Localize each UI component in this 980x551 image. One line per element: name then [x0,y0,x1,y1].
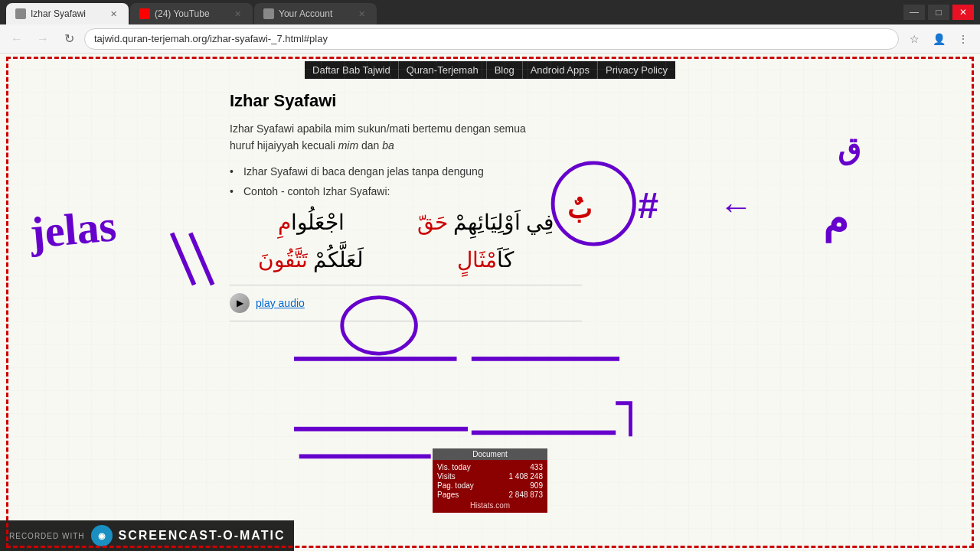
stats-content: Vis. today 433 Visits 1 408 248 Pag. tod… [433,460,547,513]
recorded-with-text: RECORDED WITH [9,532,85,540]
profile-icon[interactable]: 👤 [928,28,949,50]
browser-frame: Izhar Syafawi ✕ (24) YouTube ✕ Your Acco… [0,0,980,551]
tab-izhar[interactable]: Izhar Syafawi ✕ [6,3,129,24]
screencast-brand: SCREENCAST-O-MATIC [119,529,286,543]
tab-favicon-2 [139,8,150,19]
bookmark-icon[interactable]: ☆ [903,28,925,50]
tab-youtube[interactable]: (24) YouTube ✕ [130,3,253,24]
screencast-bar: RECORDED WITH ◉ SCREENCAST-O-MATIC [0,520,294,551]
stats-row-3: Pag. today 909 [437,481,543,490]
tab-close-1[interactable]: ✕ [107,8,119,20]
separator [230,285,582,285]
url-bar[interactable]: tajwid.quran-terjemah.org/izhar-syafawi-… [84,28,899,50]
tab-account[interactable]: Your Account ✕ [254,3,377,24]
site-nav-bar: Daftar Bab Tajwid Quran-Terjemah Blog An… [305,61,675,79]
back-button[interactable]: ← [6,28,28,50]
page-content: Daftar Bab Tajwid Quran-Terjemah Blog An… [0,54,980,551]
bullet-list: • Izhar Syafawi di baca dengan jelas tan… [230,165,980,197]
tab-favicon-3 [263,8,274,19]
address-bar: ← → ↻ tajwid.quran-terjemah.org/izhar-sy… [0,24,980,54]
stats-box: Document Vis. today 433 Visits 1 408 248… [433,448,547,513]
tab-title-3: Your Account [279,8,351,19]
bullet-item-2: • Contoh - contoh Izhar Syafawi: [230,185,980,197]
play-link[interactable]: play audio [256,297,305,309]
separator-bottom [230,321,582,321]
arabic-word-2: فِي اَوْلِيَائِهِمْ حَقّ [404,210,567,235]
stats-row-1: Vis. today 433 [437,463,543,471]
tab-title-2: (24) YouTube [155,8,227,19]
screencast-logo: ◉ [91,525,113,546]
arabic-examples: اجْعَلُوامِ فِي اَوْلِيَائِهِمْ حَقّ لَع… [230,210,567,272]
tab-close-2[interactable]: ✕ [231,8,243,20]
url-text: tajwid.quran-terjemah.org/izhar-syafawi-… [94,33,889,44]
tab-favicon-1 [15,8,26,19]
stats-row-4: Pages 2 848 873 [437,491,543,499]
forward-button[interactable]: → [32,28,54,50]
window-controls: — □ ✕ [903,5,974,20]
page-intro: Izhar Syafawi apabila mim sukun/mati ber… [230,120,551,155]
main-content: Izhar Syafawi Izhar Syafawi apabila mim … [0,79,980,321]
site-nav-wrapper: Daftar Bab Tajwid Quran-Terjemah Blog An… [0,54,980,79]
arabic-word-1: اجْعَلُوامِ [230,210,392,235]
arabic-word-3: لَعَلَّكُمْ تَتَّقُونَ [230,247,392,272]
stats-title: Document [433,448,547,460]
nav-blog[interactable]: Blog [487,61,523,79]
menu-icon[interactable]: ⋮ [952,28,974,50]
stats-link[interactable]: Histats.com [437,501,543,510]
title-bar: Izhar Syafawi ✕ (24) YouTube ✕ Your Acco… [0,0,980,24]
toolbar-icons: ☆ 👤 ⋮ [903,28,974,50]
bracket-right [616,403,630,436]
nav-quran[interactable]: Quran-Terjemah [399,61,487,79]
tab-close-3[interactable]: ✕ [355,8,368,20]
page-area: Daftar Bab Tajwid Quran-Terjemah Blog An… [0,54,980,551]
arabic-word-4: كَاَمْثَالٍ [404,247,567,272]
page-title: Izhar Syafawi [230,91,980,111]
refresh-button[interactable]: ↻ [58,28,80,50]
play-area: ▶ play audio [230,293,980,313]
nav-android[interactable]: Android Apps [523,61,598,79]
tab-title-1: Izhar Syafawi [31,8,103,19]
tab-bar: Izhar Syafawi ✕ (24) YouTube ✕ Your Acco… [6,0,897,24]
nav-daftar[interactable]: Daftar Bab Tajwid [305,61,399,79]
stats-row-2: Visits 1 408 248 [437,472,543,481]
maximize-button[interactable]: □ [928,5,949,20]
minimize-button[interactable]: — [903,5,925,20]
close-button[interactable]: ✕ [952,5,974,20]
play-icon[interactable]: ▶ [230,293,250,313]
bullet-item-1: • Izhar Syafawi di baca dengan jelas tan… [230,165,980,178]
nav-privacy[interactable]: Privacy Policy [598,61,675,79]
